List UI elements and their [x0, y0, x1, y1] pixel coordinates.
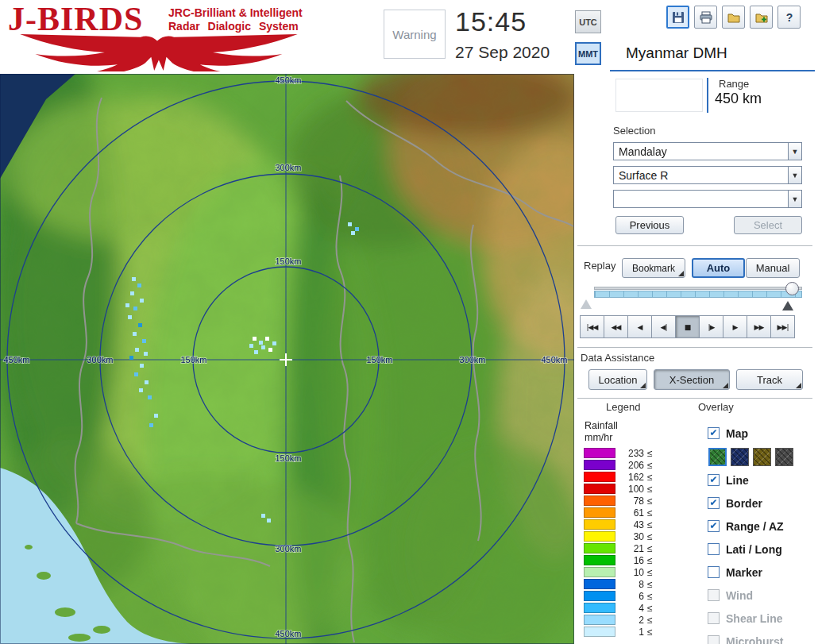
checkbox-unchecked[interactable] — [708, 566, 720, 578]
open-folder-button[interactable] — [722, 6, 745, 29]
playback-skip-to-end-button[interactable]: ▶▶| — [770, 315, 795, 338]
legend-value: 6 — [615, 591, 647, 602]
overlay-item-line[interactable]: ✔Line — [708, 469, 816, 492]
legend-row: 4≤ — [584, 602, 653, 614]
overlay-item-microburst[interactable]: Microburst — [708, 630, 816, 644]
legend-operator: ≤ — [647, 543, 653, 554]
legend-row: 162≤ — [584, 471, 653, 483]
chevron-down-icon[interactable]: ▼ — [788, 167, 801, 183]
svg-text:300km: 300km — [275, 544, 301, 553]
clock-date: 27 Sep 2020 — [455, 43, 550, 62]
legend-color-swatch — [584, 472, 615, 482]
checkbox-checked[interactable]: ✔ — [708, 520, 720, 532]
svg-text:450km: 450km — [275, 629, 301, 638]
eagle-logo-icon — [10, 33, 305, 71]
previous-button[interactable]: Previous — [615, 216, 684, 234]
section-divider — [577, 245, 812, 246]
checkbox-checked[interactable]: ✔ — [708, 474, 720, 486]
playback-play-reverse-button[interactable]: ◀ — [627, 315, 652, 338]
range-display-box — [615, 79, 703, 112]
warning-label: Warning — [392, 28, 436, 41]
legend-operator: ≤ — [647, 496, 653, 507]
playback-fast-forward-button[interactable]: ▶▶ — [747, 315, 771, 338]
legend-row: 16≤ — [584, 554, 653, 566]
mmt-toggle-button[interactable]: MMT — [575, 42, 601, 65]
playback-step-back-button[interactable]: ◀| — [651, 315, 676, 338]
map-style-olive-swatch[interactable] — [753, 448, 771, 466]
print-button[interactable] — [694, 6, 717, 29]
legend-value: 162 — [615, 472, 647, 483]
legend-value: 16 — [615, 555, 647, 566]
overlay-item-border[interactable]: ✔Border — [708, 492, 816, 515]
location-button[interactable]: Location — [588, 369, 647, 390]
help-button[interactable]: ? — [777, 6, 801, 29]
legend-row: 100≤ — [584, 483, 653, 495]
timeline-start-marker-icon — [581, 299, 592, 309]
playback-step-forward-button[interactable]: |▶ — [699, 315, 723, 338]
overlay-item-map[interactable]: ✔Map — [708, 422, 816, 445]
manual-mode-button[interactable]: Manual — [746, 258, 800, 278]
utc-toggle-button[interactable]: UTC — [575, 10, 601, 33]
map-style-navy-swatch[interactable] — [731, 448, 749, 466]
overlay-item-marker[interactable]: Marker — [708, 561, 816, 584]
checkbox-unchecked[interactable] — [708, 612, 720, 624]
bookmark-button[interactable]: Bookmark — [622, 258, 685, 278]
overlay-item-shear-line[interactable]: Shear Line — [708, 607, 816, 630]
overlay-item-label: Marker — [726, 566, 762, 579]
timeline-bar — [594, 291, 802, 298]
selection-dropdown-product[interactable]: Surface R ▼ — [613, 166, 802, 184]
overlay-item-range-az[interactable]: ✔Range / AZ — [708, 515, 816, 538]
timeline-thumb[interactable] — [785, 282, 799, 295]
track-button[interactable]: Track — [736, 369, 803, 390]
map-style-dark-swatch[interactable] — [775, 448, 793, 466]
legend-operator: ≤ — [647, 615, 653, 626]
checkbox-unchecked[interactable] — [708, 543, 720, 555]
replay-timeline-slider[interactable] — [594, 287, 802, 298]
chevron-down-icon[interactable]: ▼ — [788, 191, 801, 207]
range-label: Range — [719, 78, 749, 90]
x-section-button[interactable]: X-Section — [654, 369, 730, 390]
selection-dropdown-site[interactable]: Mandalay ▼ — [613, 142, 802, 160]
playback-play-button[interactable]: ▶ — [723, 315, 747, 338]
legend-value: 21 — [615, 543, 647, 554]
legend-unit: Rainfall mm/hr — [585, 420, 618, 444]
legend-value: 1 — [615, 627, 647, 638]
svg-text:300km: 300km — [459, 355, 485, 364]
checkbox-checked[interactable]: ✔ — [708, 497, 720, 509]
checkbox-checked[interactable]: ✔ — [708, 427, 720, 439]
legend-unit-line1: Rainfall — [585, 420, 618, 432]
checkbox-unchecked[interactable] — [708, 589, 720, 601]
legend-operator: ≤ — [647, 627, 653, 638]
legend-row: 206≤ — [584, 459, 653, 471]
station-title: Myanmar DMH — [626, 44, 727, 62]
checkbox-unchecked[interactable] — [708, 635, 720, 644]
section-divider — [577, 398, 812, 399]
overlay-item-label: Line — [726, 474, 749, 487]
legend-operator: ≤ — [647, 519, 653, 530]
warning-status-box[interactable]: Warning — [384, 10, 446, 59]
selection-dropdown-extra[interactable]: ▼ — [613, 190, 802, 208]
select-button[interactable]: Select — [734, 216, 802, 234]
chevron-down-icon[interactable]: ▼ — [788, 143, 801, 160]
radar-map-canvas[interactable]: 450km300km150km150km300km450km450km300km… — [0, 74, 574, 644]
print-icon — [699, 10, 713, 25]
legend-row: 8≤ — [584, 578, 653, 590]
legend-color-swatch — [584, 567, 615, 577]
playback-fast-rewind-button[interactable]: ◀◀ — [604, 315, 628, 338]
tagline-line2: Radar Dialogic System — [168, 20, 303, 33]
legend-row: 43≤ — [584, 519, 653, 530]
legend-operator: ≤ — [647, 460, 653, 471]
timeline-position-marker-icon — [782, 301, 793, 310]
popup-corner-icon — [723, 383, 728, 388]
auto-mode-button[interactable]: Auto — [692, 258, 745, 278]
import-folder-button[interactable] — [750, 6, 773, 29]
playback-skip-to-start-button[interactable]: |◀◀ — [580, 315, 604, 338]
legend-value: 8 — [615, 579, 647, 590]
overlay-item-wind[interactable]: Wind — [708, 584, 816, 607]
playback-stop-button[interactable]: ■ — [675, 315, 700, 338]
map-style-green-swatch[interactable] — [708, 448, 727, 466]
save-button[interactable] — [666, 6, 689, 29]
overlay-item-lati-long[interactable]: Lati / Long — [708, 538, 816, 561]
legend-operator: ≤ — [647, 507, 653, 519]
svg-text:150km: 150km — [275, 256, 301, 266]
